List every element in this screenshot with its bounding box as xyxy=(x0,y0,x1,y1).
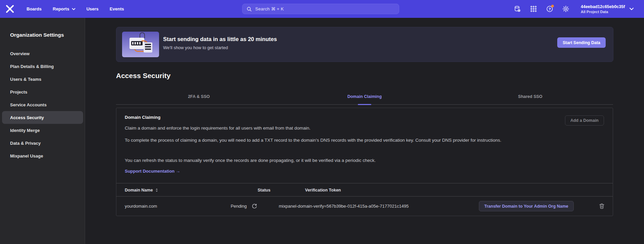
apps-grid-icon[interactable] xyxy=(530,5,537,12)
chevron-down-icon xyxy=(72,8,75,10)
mixpanel-logo-icon[interactable] xyxy=(5,4,14,13)
sidebar-item-plan-details-billing[interactable]: Plan Details & Billing xyxy=(2,60,83,73)
nav-link-boards[interactable]: Boards xyxy=(27,6,42,11)
tab-shared-sso[interactable]: Shared SSO xyxy=(447,90,613,104)
tab-label: Domain Claiming xyxy=(347,94,382,99)
svg-text:?: ? xyxy=(548,7,551,11)
chevron-down-icon xyxy=(630,8,634,10)
refresh-status-icon[interactable] xyxy=(252,203,257,209)
cell-verification-token: mixpanel-domain-verify=567b39be-012f-415… xyxy=(279,197,409,216)
domain-claiming-panel: Domain Claiming Add a Domain Claim a dom… xyxy=(116,108,613,216)
column-header-status: Status xyxy=(258,183,270,197)
sidebar-item-users-teams[interactable]: Users & Teams xyxy=(2,73,83,85)
column-label: Verification Token xyxy=(305,188,341,193)
search-icon xyxy=(247,6,252,12)
cell-status: Pending xyxy=(231,197,257,216)
status-badge: Pending xyxy=(231,204,247,209)
nav-links: Boards Reports Users Events xyxy=(27,0,124,18)
org-id: 44eebad12c65eb0c35f xyxy=(581,4,625,9)
column-header-domain-name[interactable]: Domain Name xyxy=(125,183,158,197)
settings-gear-icon[interactable] xyxy=(562,5,569,12)
top-nav: Boards Reports Users Events Search ⌘ + K xyxy=(0,0,644,18)
help-icon[interactable]: ? xyxy=(546,5,553,12)
sidebar-item-overview[interactable]: Overview xyxy=(2,47,83,60)
transfer-domain-button[interactable]: Transfer Domain to Your Admin Org Name xyxy=(479,201,574,211)
panel-description: Claim a domain and enforce the login req… xyxy=(125,125,310,132)
illustration-module xyxy=(144,42,152,53)
support-documentation-link[interactable]: Support Documentation → xyxy=(125,169,180,174)
tab-2fa-sso[interactable]: 2FA & SSO xyxy=(116,90,282,104)
sidebar-item-mixpanel-usage[interactable]: Mixpanel Usage xyxy=(2,149,83,162)
project-name: All Project Data xyxy=(581,10,625,14)
sidebar-item-data-privacy[interactable]: Data & Privacy xyxy=(2,137,83,149)
search-input[interactable]: Search ⌘ + K xyxy=(242,4,399,14)
cell-domain-name: yourdomain.com xyxy=(125,197,157,216)
sidebar-item-access-security[interactable]: Access Security xyxy=(2,111,83,124)
onboarding-banner: Start sending data in as little as 20 mi… xyxy=(116,27,613,62)
account-switcher[interactable]: 44eebad12c65eb0c35f All Project Data xyxy=(581,0,634,18)
column-label: Domain Name xyxy=(125,188,153,193)
sort-icon[interactable] xyxy=(155,188,158,192)
nav-link-label: Events xyxy=(110,6,124,11)
panel-description: To complete the process of claiming a do… xyxy=(125,137,501,144)
nav-link-label: Users xyxy=(86,6,99,11)
tab-domain-claiming[interactable]: Domain Claiming xyxy=(282,90,448,104)
sidebar-item-service-accounts[interactable]: Service Accounts xyxy=(2,98,83,111)
nav-link-label: Boards xyxy=(27,6,42,11)
sidebar-item-projects[interactable]: Projects xyxy=(2,85,83,98)
panel-description: You can refresh the status to manually v… xyxy=(125,157,376,164)
sidebar-nav: Overview Plan Details & Billing Users & … xyxy=(0,47,85,162)
banner-subtitle: We'll show you how to get started xyxy=(163,45,228,50)
page-title: Access Security xyxy=(116,72,171,80)
nav-link-events[interactable]: Events xyxy=(110,6,124,11)
column-header-verification-token: Verification Token xyxy=(305,183,341,197)
delete-domain-icon[interactable] xyxy=(599,203,605,209)
tab-bar: 2FA & SSO Domain Claiming Shared SSO xyxy=(116,90,613,105)
column-label: Status xyxy=(258,188,270,193)
notification-badge xyxy=(551,5,554,7)
banner-illustration xyxy=(122,32,159,57)
search-placeholder: Search ⌘ + K xyxy=(255,6,284,11)
start-sending-data-button[interactable]: Start Sending Data xyxy=(557,37,606,48)
sidebar: Organization Settings Overview Plan Deta… xyxy=(0,18,85,244)
nav-link-users[interactable]: Users xyxy=(86,6,99,11)
data-settings-icon[interactable] xyxy=(514,5,521,12)
domains-table-header: Domain Name Status Verification Token xyxy=(116,183,613,197)
nav-link-reports[interactable]: Reports xyxy=(53,6,75,11)
active-tab-underline xyxy=(358,104,371,105)
sidebar-item-identity-merge[interactable]: Identity Merge xyxy=(2,124,83,137)
table-row: yourdomain.com Pending mixpanel-domain-v… xyxy=(116,197,613,216)
account-info: 44eebad12c65eb0c35f All Project Data xyxy=(581,4,625,14)
nav-link-label: Reports xyxy=(53,6,69,11)
panel-title: Domain Claiming xyxy=(125,115,160,120)
tab-label: 2FA & SSO xyxy=(188,94,210,99)
nav-icon-cluster: ? xyxy=(514,0,569,18)
banner-title: Start sending data in as little as 20 mi… xyxy=(163,36,277,42)
sidebar-title: Organization Settings xyxy=(10,32,64,38)
add-domain-button[interactable]: Add a Domain xyxy=(565,115,604,126)
tab-label: Shared SSO xyxy=(518,94,542,99)
